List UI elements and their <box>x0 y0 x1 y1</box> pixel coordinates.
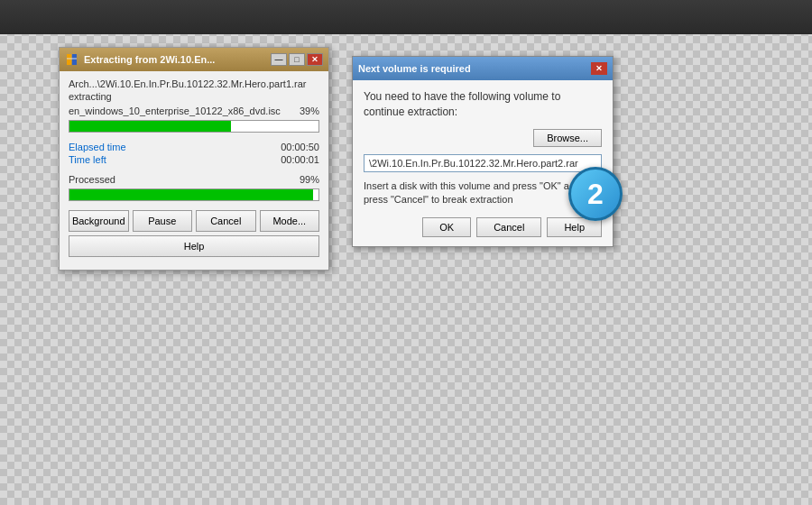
browse-button[interactable]: Browse... <box>533 129 602 147</box>
processed-percent: 99% <box>300 174 319 185</box>
volume-path-input[interactable] <box>364 154 602 172</box>
winrar-title-text: Extracting from 2Wi.10.En... <box>84 54 215 65</box>
dialog-close-button[interactable]: ✕ <box>591 62 607 75</box>
insert-instruction: Insert a disk with this volume and press… <box>364 179 602 207</box>
close-button[interactable]: ✕ <box>307 53 323 66</box>
processed-progress-container <box>69 188 319 201</box>
winrar-buttons: Background Pause Cancel Mode... Help <box>69 210 319 262</box>
elapsed-row: Elapsed time 00:00:50 <box>69 142 319 152</box>
pause-button[interactable]: Pause <box>133 210 193 232</box>
processed-label: Processed <box>69 174 115 185</box>
processed-row: Processed 99% <box>69 174 319 185</box>
file-percent: 39% <box>300 106 319 116</box>
cancel-dialog-button[interactable]: Cancel <box>476 217 541 237</box>
next-volume-dialog: Next volume is required ✕ You need to ha… <box>352 56 614 247</box>
restore-button[interactable]: □ <box>289 53 305 66</box>
winrar-titlebar: Extracting from 2Wi.10.En... — □ ✕ <box>60 48 328 71</box>
mode-button[interactable]: Mode... <box>260 210 320 232</box>
time-left-row: Time left 00:00:01 <box>69 154 319 165</box>
badge-number: 2 <box>587 178 604 211</box>
top-bar <box>0 0 812 34</box>
time-left-label: Time left <box>69 154 106 165</box>
winrar-body: Arch...\2Wi.10.En.In.Pr.Bu.10122.32.Mr.H… <box>60 71 328 270</box>
dialog-titlebar: Next volume is required ✕ <box>353 57 613 80</box>
elapsed-value: 00:00:50 <box>281 142 319 152</box>
browse-row: Browse... <box>364 129 602 147</box>
file-progress-container <box>69 120 319 133</box>
dialog-title: Next volume is required <box>358 63 471 74</box>
file-name-row: en_windows_10_enterprise_10122_x86_dvd.i… <box>69 106 319 116</box>
help-button[interactable]: Help <box>69 235 319 257</box>
svg-rect-2 <box>67 58 77 60</box>
extract-action: extracting <box>69 91 319 102</box>
time-left-value: 00:00:01 <box>281 154 319 165</box>
processed-progress-bar <box>69 189 313 200</box>
cancel-button[interactable]: Cancel <box>196 210 256 232</box>
minimize-button[interactable]: — <box>271 53 287 66</box>
winrar-title-left: Extracting from 2Wi.10.En... <box>65 52 215 67</box>
step-badge: 2 <box>568 167 623 221</box>
background-button[interactable]: Background <box>69 210 129 232</box>
file-progress-bar <box>69 121 231 132</box>
winrar-icon <box>65 52 79 67</box>
separator <box>69 167 319 174</box>
ok-button[interactable]: OK <box>422 217 471 237</box>
titlebar-buttons: — □ ✕ <box>271 53 323 66</box>
dialog-action-buttons: OK Cancel Help <box>364 217 602 237</box>
dialog-description: You need to have the following volume to… <box>364 89 602 120</box>
current-file: en_windows_10_enterprise_10122_x86_dvd.i… <box>69 106 281 116</box>
winrar-extract-dialog: Extracting from 2Wi.10.En... — □ ✕ Arch.… <box>59 47 329 271</box>
archive-path: Arch...\2Wi.10.En.In.Pr.Bu.10122.32.Mr.H… <box>69 78 319 89</box>
elapsed-label: Elapsed time <box>69 142 126 152</box>
dialog-body: You need to have the following volume to… <box>353 80 613 246</box>
